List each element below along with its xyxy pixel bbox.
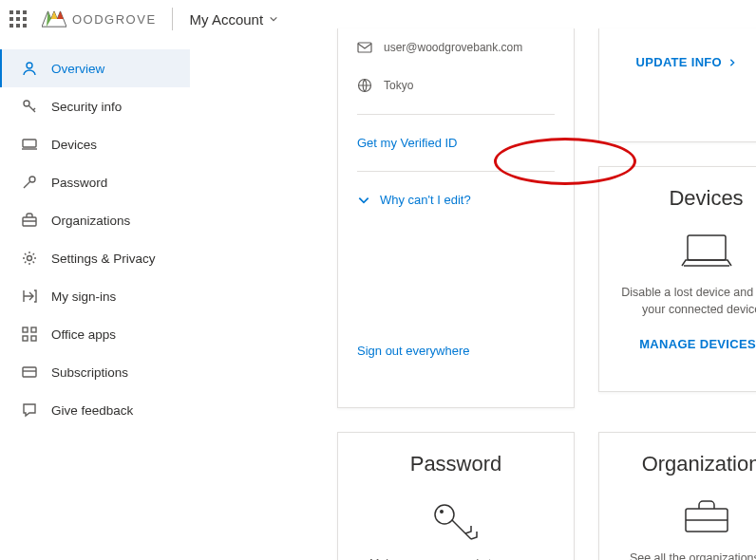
sign-out-everywhere-label: Sign out everywhere bbox=[357, 344, 470, 358]
mail-icon bbox=[357, 40, 372, 55]
sidebar-item-security[interactable]: Security info bbox=[0, 87, 190, 125]
apps-icon bbox=[21, 326, 38, 343]
top-divider bbox=[172, 8, 173, 30]
profile-location: Tokyo bbox=[384, 79, 413, 92]
chevron-down-icon bbox=[269, 14, 278, 24]
sidebar-item-password[interactable]: Password bbox=[0, 163, 190, 201]
svg-rect-11 bbox=[31, 327, 36, 332]
divider bbox=[357, 171, 555, 172]
person-icon bbox=[21, 60, 38, 77]
page-context-dropdown[interactable]: My Account bbox=[190, 11, 279, 28]
svg-rect-6 bbox=[23, 140, 36, 147]
organizations-card-desc: See all the organizations that you're a … bbox=[618, 551, 756, 560]
update-info-link[interactable]: UPDATE INFO bbox=[636, 55, 737, 69]
sidebar-item-label: Organizations bbox=[51, 214, 130, 228]
sidebar-item-label: Security info bbox=[51, 100, 122, 114]
svg-point-4 bbox=[27, 63, 32, 68]
update-info-card: UPDATE INFO bbox=[598, 28, 756, 142]
main-content: user@woodgrovebank.com Tokyo Get my Veri… bbox=[190, 28, 756, 560]
svg-rect-15 bbox=[358, 43, 371, 52]
sidebar-item-overview[interactable]: Overview bbox=[0, 49, 190, 87]
sidebar-item-label: Settings & Privacy bbox=[51, 252, 156, 266]
brand-name: OODGROVE bbox=[72, 12, 157, 27]
app-launcher-icon[interactable] bbox=[9, 10, 27, 28]
sidebar-item-subscriptions[interactable]: Subscriptions bbox=[0, 353, 190, 391]
svg-point-19 bbox=[440, 510, 444, 513]
svg-rect-12 bbox=[23, 336, 28, 341]
laptop-icon bbox=[680, 230, 733, 271]
globe-icon bbox=[357, 78, 372, 93]
profile-card: user@woodgrovebank.com Tokyo Get my Veri… bbox=[337, 28, 575, 408]
svg-marker-3 bbox=[57, 11, 64, 19]
svg-marker-2 bbox=[51, 11, 58, 19]
svg-rect-14 bbox=[23, 367, 36, 377]
chat-icon bbox=[21, 401, 38, 419]
why-cant-edit-link[interactable]: Why can't I edit? bbox=[338, 181, 574, 218]
devices-card-desc: Disable a lost device and review your co… bbox=[618, 285, 756, 318]
gear-icon bbox=[21, 250, 38, 267]
laptop-icon bbox=[21, 136, 38, 153]
page-context-label: My Account bbox=[190, 11, 264, 28]
sign-out-everywhere-link[interactable]: Sign out everywhere bbox=[338, 332, 489, 369]
briefcase-icon bbox=[21, 212, 38, 229]
password-card-title: Password bbox=[410, 452, 502, 476]
password-card-desc: Make your password stronger, or change i… bbox=[357, 556, 555, 560]
profile-location-row: Tokyo bbox=[338, 66, 574, 104]
get-verified-id-link[interactable]: Get my Verified ID bbox=[338, 124, 574, 161]
svg-rect-17 bbox=[688, 235, 726, 260]
sidebar-item-label: Password bbox=[51, 176, 107, 190]
svg-point-9 bbox=[28, 256, 32, 261]
update-info-label: UPDATE INFO bbox=[636, 55, 722, 69]
sidebar-item-settings-privacy[interactable]: Settings & Privacy bbox=[0, 239, 190, 277]
password-card: Password Make your password stronger, or… bbox=[337, 432, 575, 560]
sidebar-item-label: Devices bbox=[51, 138, 97, 152]
svg-rect-10 bbox=[23, 327, 28, 332]
sidebar-item-label: Give feedback bbox=[51, 403, 133, 418]
sidebar-item-my-signins[interactable]: My sign-ins bbox=[0, 277, 190, 315]
chevron-down-icon bbox=[357, 194, 370, 207]
profile-email: user@woodgrovebank.com bbox=[384, 41, 522, 54]
devices-card-title: Devices bbox=[669, 186, 743, 211]
profile-email-row: user@woodgrovebank.com bbox=[338, 28, 574, 66]
divider bbox=[357, 114, 555, 115]
get-verified-id-label: Get my Verified ID bbox=[357, 136, 457, 150]
card-icon bbox=[21, 364, 38, 381]
sidebar: OverviewSecurity infoDevicesPasswordOrga… bbox=[0, 49, 190, 429]
keyrot-icon bbox=[21, 174, 38, 191]
manage-devices-label: MANAGE DEVICES bbox=[639, 337, 756, 351]
sidebar-item-give-feedback[interactable]: Give feedback bbox=[0, 391, 190, 429]
why-cant-edit-label: Why can't I edit? bbox=[380, 193, 471, 207]
organizations-card: Organizations See all the organizations … bbox=[598, 432, 756, 560]
key-icon bbox=[21, 98, 38, 115]
organizations-card-title: Organizations bbox=[642, 452, 756, 476]
sidebar-item-label: Overview bbox=[51, 62, 104, 76]
sidebar-item-label: Subscriptions bbox=[51, 365, 128, 380]
sidebar-item-label: Office apps bbox=[51, 327, 116, 342]
key-icon bbox=[427, 495, 484, 543]
sidebar-item-devices[interactable]: Devices bbox=[0, 125, 190, 163]
svg-rect-13 bbox=[31, 336, 36, 341]
brand-logo bbox=[42, 9, 66, 29]
svg-point-18 bbox=[435, 505, 454, 524]
sidebar-item-organizations[interactable]: Organizations bbox=[0, 201, 190, 239]
chevron-right-icon bbox=[728, 58, 737, 67]
sidebar-item-label: My sign-ins bbox=[51, 289, 116, 304]
signin-icon bbox=[21, 288, 38, 305]
manage-devices-link[interactable]: MANAGE DEVICES bbox=[639, 337, 756, 351]
devices-card: Devices Disable a lost device and review… bbox=[598, 166, 756, 392]
briefcase-icon bbox=[680, 495, 733, 537]
sidebar-item-office-apps[interactable]: Office apps bbox=[0, 315, 190, 353]
